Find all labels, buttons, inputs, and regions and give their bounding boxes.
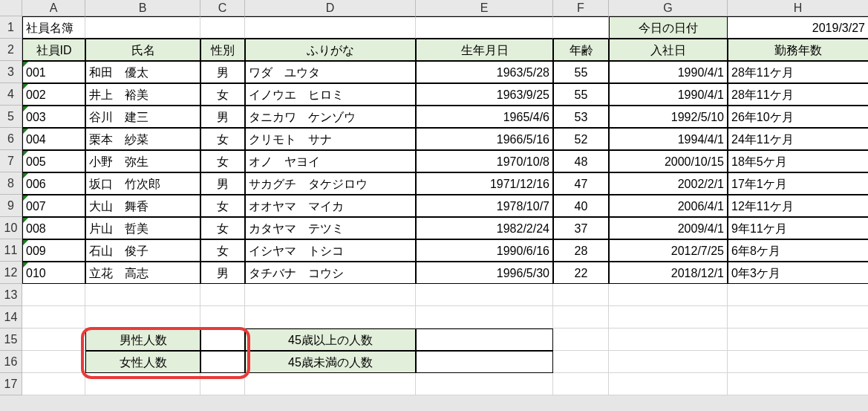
cell-id[interactable]: 004 — [22, 128, 85, 150]
male-count-value[interactable] — [200, 329, 245, 351]
cell-id[interactable]: 007 — [22, 195, 85, 217]
cell-age[interactable]: 28 — [553, 239, 609, 262]
cell[interactable] — [22, 284, 85, 306]
cell-kana[interactable]: サカグチ タケジロウ — [245, 172, 416, 195]
cell-id[interactable]: 009 — [22, 239, 85, 262]
cell-name[interactable]: 立花 高志 — [85, 262, 200, 284]
cell-age[interactable]: 55 — [553, 61, 609, 83]
row-header-7[interactable]: 7 — [0, 150, 22, 172]
header-hire[interactable]: 入社日 — [609, 39, 728, 61]
cell-tenure[interactable]: 28年11ケ月 — [728, 61, 868, 83]
col-header-C[interactable]: C — [200, 0, 245, 16]
row-header-8[interactable]: 8 — [0, 172, 22, 195]
cell-tenure[interactable]: 26年10ケ月 — [728, 106, 868, 128]
cell-sex[interactable]: 男 — [200, 106, 245, 128]
over45-value[interactable] — [416, 329, 553, 351]
cell[interactable] — [200, 306, 245, 329]
row-header-4[interactable]: 4 — [0, 83, 22, 106]
cell-name[interactable]: 片山 哲美 — [85, 217, 200, 239]
cell-kana[interactable]: イノウエ ヒロミ — [245, 83, 416, 106]
cell-hire[interactable]: 2018/12/1 — [609, 262, 728, 284]
cell-hire[interactable]: 2000/10/15 — [609, 150, 728, 172]
cell-name[interactable]: 坂口 竹次郎 — [85, 172, 200, 195]
cell[interactable] — [728, 329, 868, 351]
female-count-value[interactable] — [200, 351, 245, 373]
title-cell[interactable]: 社員名簿 — [22, 16, 85, 39]
cell-id[interactable]: 001 — [22, 61, 85, 83]
col-header-D[interactable]: D — [245, 0, 416, 16]
cell-name[interactable]: 栗本 紗菜 — [85, 128, 200, 150]
header-sex[interactable]: 性別 — [200, 39, 245, 61]
cell-kana[interactable]: オオヤマ マイカ — [245, 195, 416, 217]
cell-hire[interactable]: 2002/2/1 — [609, 172, 728, 195]
today-label[interactable]: 今日の日付 — [609, 16, 728, 39]
cell-name[interactable]: 小野 弥生 — [85, 150, 200, 172]
cell[interactable] — [728, 373, 868, 395]
cell[interactable] — [416, 373, 553, 395]
cell[interactable] — [245, 16, 416, 39]
cell-sex[interactable]: 男 — [200, 61, 245, 83]
header-age[interactable]: 年齢 — [553, 39, 609, 61]
cell[interactable] — [85, 16, 200, 39]
cell[interactable] — [609, 284, 728, 306]
col-header-A[interactable]: A — [22, 0, 85, 16]
cell-sex[interactable]: 男 — [200, 172, 245, 195]
cell-tenure[interactable]: 9年11ケ月 — [728, 217, 868, 239]
cell-id[interactable]: 005 — [22, 150, 85, 172]
cell-tenure[interactable]: 6年8ケ月 — [728, 239, 868, 262]
cell[interactable] — [553, 16, 609, 39]
cell[interactable] — [245, 373, 416, 395]
cell[interactable] — [553, 373, 609, 395]
cell-birth[interactable]: 1970/10/8 — [416, 150, 553, 172]
cell[interactable] — [22, 373, 85, 395]
cell-kana[interactable]: ワダ ユウタ — [245, 61, 416, 83]
cell-name[interactable]: 石山 俊子 — [85, 239, 200, 262]
cell-kana[interactable]: タニカワ ケンゾウ — [245, 106, 416, 128]
cell-hire[interactable]: 1990/4/1 — [609, 61, 728, 83]
cell-birth[interactable]: 1965/4/6 — [416, 106, 553, 128]
cell-age[interactable]: 40 — [553, 195, 609, 217]
row-header-6[interactable]: 6 — [0, 128, 22, 150]
cell-age[interactable]: 52 — [553, 128, 609, 150]
cell-kana[interactable]: タチバナ コウシ — [245, 262, 416, 284]
row-header-14[interactable]: 14 — [0, 306, 22, 329]
cell[interactable] — [553, 284, 609, 306]
row-header-9[interactable]: 9 — [0, 195, 22, 217]
cell-kana[interactable]: クリモト サナ — [245, 128, 416, 150]
cell-sex[interactable]: 男 — [200, 262, 245, 284]
spreadsheet[interactable]: A B C D E F G H 1 社員名簿 今日の日付 2019/3/27 2… — [0, 0, 868, 395]
cell-tenure[interactable]: 24年11ケ月 — [728, 128, 868, 150]
cell-hire[interactable]: 1994/4/1 — [609, 128, 728, 150]
cell[interactable] — [22, 329, 85, 351]
today-value[interactable]: 2019/3/27 — [728, 16, 868, 39]
cell-age[interactable]: 47 — [553, 172, 609, 195]
row-header-5[interactable]: 5 — [0, 106, 22, 128]
cell[interactable] — [22, 351, 85, 373]
cell-sex[interactable]: 女 — [200, 150, 245, 172]
cell[interactable] — [728, 306, 868, 329]
cell-kana[interactable]: カタヤマ テツミ — [245, 217, 416, 239]
cell-id[interactable]: 008 — [22, 217, 85, 239]
cell[interactable] — [85, 306, 200, 329]
cell-sex[interactable]: 女 — [200, 83, 245, 106]
row-header-2[interactable]: 2 — [0, 39, 22, 61]
cell[interactable] — [245, 284, 416, 306]
cell[interactable] — [416, 306, 553, 329]
cell-name[interactable]: 大山 舞香 — [85, 195, 200, 217]
cell-id[interactable]: 010 — [22, 262, 85, 284]
row-header-1[interactable]: 1 — [0, 16, 22, 39]
cell-age[interactable]: 48 — [553, 150, 609, 172]
cell-age[interactable]: 37 — [553, 217, 609, 239]
header-tenure[interactable]: 勤務年数 — [728, 39, 868, 61]
cell-hire[interactable]: 1992/5/10 — [609, 106, 728, 128]
over45-label[interactable]: 45歳以上の人数 — [245, 329, 416, 351]
cell-sex[interactable]: 女 — [200, 128, 245, 150]
cell[interactable] — [553, 351, 609, 373]
header-id[interactable]: 社員ID — [22, 39, 85, 61]
row-header-17[interactable]: 17 — [0, 373, 22, 395]
cell-birth[interactable]: 1990/6/16 — [416, 239, 553, 262]
cell[interactable] — [200, 373, 245, 395]
row-header-11[interactable]: 11 — [0, 239, 22, 262]
cell-birth[interactable]: 1963/5/28 — [416, 61, 553, 83]
cell-id[interactable]: 003 — [22, 106, 85, 128]
